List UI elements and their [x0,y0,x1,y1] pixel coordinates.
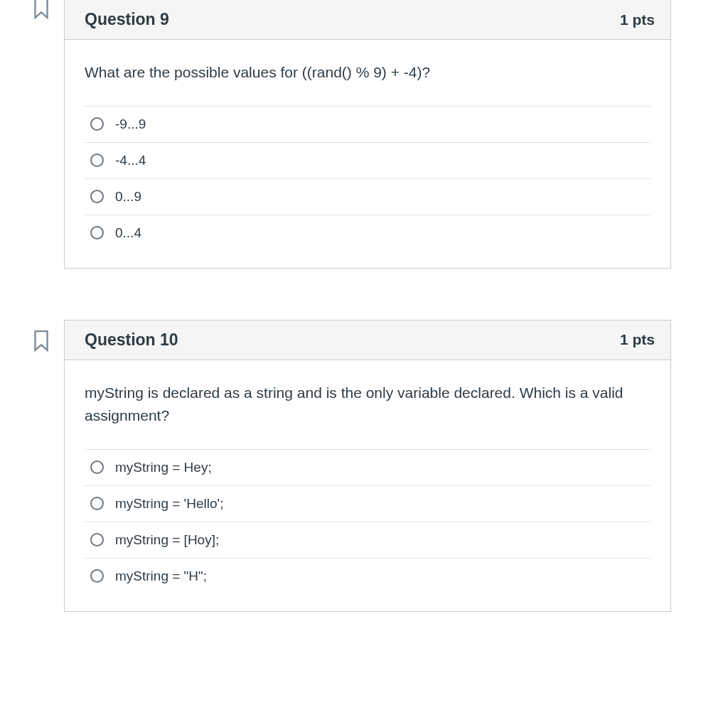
question-card: Question 10 1 pts myString is declared a… [64,320,671,612]
answer-option[interactable]: -9...9 [85,106,651,142]
answer-option[interactable]: myString = 'Hello'; [85,485,651,522]
answer-text: 0...4 [115,225,141,241]
answer-option[interactable]: -4...4 [85,142,651,178]
bookmark-icon[interactable] [32,0,50,20]
question-points: 1 pts [620,331,655,348]
answer-text: -9...9 [115,117,146,132]
question-title: Question 9 [85,10,169,29]
question-header: Question 9 1 pts [65,0,670,40]
question-card: Question 9 1 pts What are the possible v… [64,0,671,269]
answer-text: myString = 'Hello'; [115,496,223,512]
bookmark-icon[interactable] [32,330,50,352]
radio-icon[interactable] [90,153,104,167]
question-row: Question 9 1 pts What are the possible v… [0,0,728,269]
answer-text: myString = "H"; [115,568,207,584]
answer-option[interactable]: myString = "H"; [85,558,651,594]
answer-list: myString = Hey; myString = 'Hello'; mySt… [85,449,651,594]
spacer [0,269,728,320]
answer-option[interactable]: 0...9 [85,178,651,215]
question-header: Question 10 1 pts [65,320,670,360]
question-row: Question 10 1 pts myString is declared a… [0,320,728,612]
answer-text: -4...4 [115,153,146,168]
question-points: 1 pts [620,11,655,28]
answer-option[interactable]: 0...4 [85,215,651,251]
radio-icon[interactable] [90,460,104,474]
answer-option[interactable]: myString = Hey; [85,449,651,485]
radio-icon[interactable] [90,497,104,510]
answer-text: myString = [Hoy]; [115,532,219,548]
quiz-page: Question 9 1 pts What are the possible v… [0,0,728,626]
radio-icon[interactable] [90,190,104,203]
answer-option[interactable]: myString = [Hoy]; [85,522,651,558]
radio-icon[interactable] [90,569,104,583]
question-prompt: myString is declared as a string and is … [85,382,651,428]
answer-text: myString = Hey; [115,460,212,475]
question-body: myString is declared as a string and is … [65,360,670,611]
radio-icon[interactable] [90,117,104,131]
answer-list: -9...9 -4...4 0...9 0...4 [85,106,651,251]
question-body: What are the possible values for ((rand(… [65,40,670,268]
question-prompt: What are the possible values for ((rand(… [85,61,651,85]
radio-icon[interactable] [90,226,104,239]
question-title: Question 10 [85,330,178,350]
radio-icon[interactable] [90,533,104,546]
answer-text: 0...9 [115,189,141,205]
